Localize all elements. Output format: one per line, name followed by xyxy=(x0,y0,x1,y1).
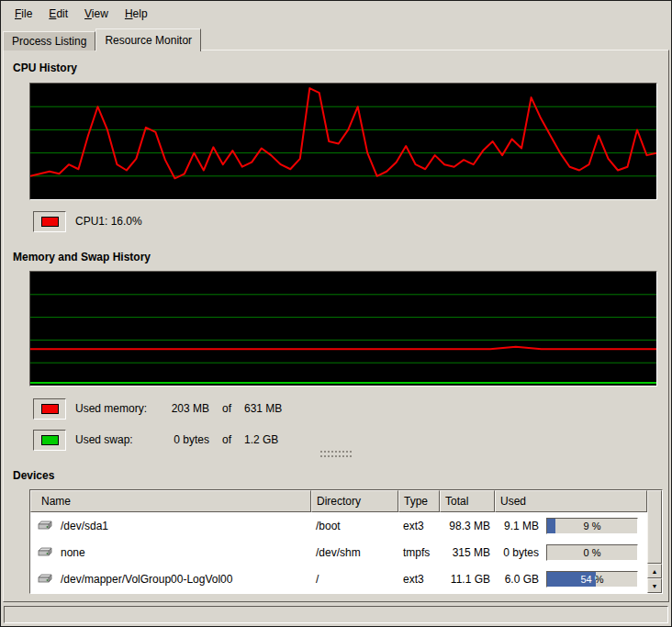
used-swap-total: 1.2 GB xyxy=(244,433,278,446)
used-swap-color-swatch xyxy=(41,435,59,445)
column-header-total[interactable]: Total xyxy=(440,490,495,512)
cpu1-legend-label: CPU1: 16.0% xyxy=(75,215,142,228)
scrollbar-thumb[interactable] xyxy=(647,490,662,564)
device-directory: / xyxy=(311,573,398,586)
cpu1-swatch-frame xyxy=(33,211,66,232)
device-type: ext3 xyxy=(398,573,440,586)
devices-table-header: Name Directory Type Total Used xyxy=(30,490,647,512)
used-memory-value: 203 MB xyxy=(162,402,209,415)
tab-bar: Process Listing Resource Monitor xyxy=(3,28,201,50)
used-swap-swatch-frame xyxy=(33,430,66,451)
column-header-name[interactable]: Name xyxy=(30,490,311,512)
tab-resource-monitor[interactable]: Resource Monitor xyxy=(95,28,201,51)
device-used: 9.1 MB xyxy=(495,520,539,532)
system-monitor-window: File Edit View Help Process Listing Reso… xyxy=(0,0,672,627)
used-memory-swatch-frame xyxy=(33,398,66,420)
drive-icon xyxy=(38,573,52,586)
device-type: ext3 xyxy=(398,520,440,532)
usage-progressbar: 54 % 54 % xyxy=(546,571,638,588)
used-swap-label: Used swap: xyxy=(75,433,162,446)
device-used: 0 bytes xyxy=(495,546,539,559)
device-total: 98.3 MB xyxy=(440,520,495,532)
used-memory-total: 631 MB xyxy=(244,402,282,415)
drive-icon xyxy=(38,546,52,559)
menubar: File Edit View Help xyxy=(1,1,671,26)
usage-progressbar: 9 % 9 % xyxy=(546,518,638,534)
devices-table: Name Directory Type Total Used /dev/sda1… xyxy=(29,489,663,594)
scroll-down-button[interactable]: ▼ xyxy=(647,578,662,593)
used-memory-label: Used memory: xyxy=(75,402,162,415)
device-name: none xyxy=(61,546,85,559)
scroll-up-button[interactable]: ▲ xyxy=(647,564,662,578)
cpu-legend: CPU1: 16.0% xyxy=(33,210,142,232)
pane-resize-grip[interactable] xyxy=(320,451,352,457)
arrow-down-icon: ▼ xyxy=(652,583,658,589)
drive-icon xyxy=(38,520,52,532)
used-memory-color-swatch xyxy=(41,404,59,414)
menu-view-label: V xyxy=(84,7,92,20)
device-row-sda1[interactable]: /dev/sda1 /boot ext3 98.3 MB 9.1 MB 9 % … xyxy=(30,512,647,539)
usage-progressbar: 0 % 0 % xyxy=(546,544,638,561)
device-directory: /boot xyxy=(311,520,398,532)
menu-file[interactable]: File xyxy=(6,3,40,25)
cpu-history-chart xyxy=(30,84,656,199)
used-memory-of: of xyxy=(222,402,231,415)
menu-edit[interactable]: Edit xyxy=(40,3,76,25)
used-swap-of: of xyxy=(222,433,231,446)
device-total: 315 MB xyxy=(440,546,495,559)
device-row-none[interactable]: none /dev/shm tmpfs 315 MB 0 bytes 0 % 0… xyxy=(30,539,647,565)
device-type: tmpfs xyxy=(398,546,440,559)
arrow-up-icon: ▲ xyxy=(652,568,658,575)
resource-monitor-panel: CPU History CPU1: 16.0% Memory and Swap … xyxy=(3,50,669,602)
cpu-history-title: CPU History xyxy=(13,62,77,74)
used-memory-legend: Used memory: 203 MB of 631 MB xyxy=(33,397,282,420)
menu-view[interactable]: View xyxy=(76,3,117,25)
column-header-directory[interactable]: Directory xyxy=(311,490,398,512)
memory-swap-history-title: Memory and Swap History xyxy=(13,251,151,263)
used-swap-value: 0 bytes xyxy=(162,433,209,446)
tab-process-listing[interactable]: Process Listing xyxy=(3,31,95,50)
memory-swap-history-chart xyxy=(30,272,656,386)
cpu1-color-swatch xyxy=(41,217,59,227)
menu-help[interactable]: Help xyxy=(117,3,156,25)
device-used: 6.0 GB xyxy=(495,573,539,586)
device-directory: /dev/shm xyxy=(311,546,398,559)
status-bar xyxy=(4,606,668,623)
devices-scrollbar[interactable]: ▲ ▼ xyxy=(647,490,662,593)
column-header-used[interactable]: Used xyxy=(495,490,647,512)
device-name: /dev/mapper/VolGroup00-LogVol00 xyxy=(61,573,232,586)
device-row-volgroup[interactable]: /dev/mapper/VolGroup00-LogVol00 / ext3 1… xyxy=(30,565,647,592)
device-total: 11.1 GB xyxy=(440,573,495,586)
menu-help-label: H xyxy=(125,7,133,20)
used-swap-legend: Used swap: 0 bytes of 1.2 GB xyxy=(33,429,278,451)
cpu-history-graph xyxy=(29,83,657,200)
memory-swap-history-graph xyxy=(29,271,657,386)
column-header-type[interactable]: Type xyxy=(398,490,440,512)
device-name: /dev/sda1 xyxy=(61,520,108,532)
devices-title: Devices xyxy=(13,469,54,482)
